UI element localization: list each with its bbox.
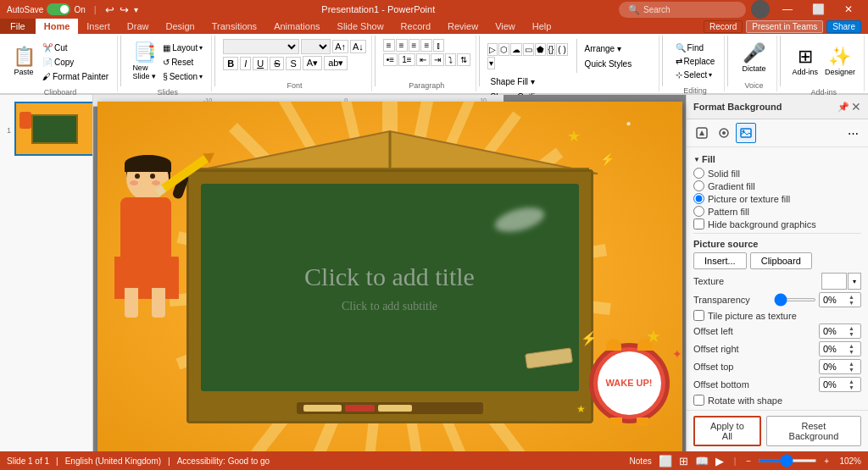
rotate-label[interactable]: Rotate with shape <box>708 395 782 406</box>
view-sorter-icon[interactable]: ⊞ <box>679 455 688 467</box>
layout-button[interactable]: ▦ Layout ▾ <box>159 41 206 54</box>
apply-to-all-button[interactable]: Apply to All <box>693 416 761 446</box>
arrange-button[interactable]: Arrange ▾ <box>581 41 636 55</box>
hide-bg-label[interactable]: Hide background graphics <box>708 219 816 229</box>
accessibility-info[interactable]: Accessibility: Good to go <box>177 456 270 466</box>
shape4[interactable]: ▭ <box>523 43 534 56</box>
shape2[interactable]: ⬡ <box>498 43 509 56</box>
designer-button[interactable]: ✨ Designer <box>821 37 859 86</box>
fill-icon-btn[interactable] <box>692 123 712 143</box>
smartart-icon[interactable]: ⤵ <box>445 53 456 66</box>
fill-section-header[interactable]: Fill <box>693 154 861 164</box>
list-bullet-icon[interactable]: •≡ <box>383 53 398 66</box>
shape-more[interactable]: ▾ <box>487 57 495 69</box>
minimize-button[interactable]: — <box>775 0 800 19</box>
shape-fill-button[interactable]: Shape Fill ▾ <box>487 75 554 88</box>
picture-icon-btn[interactable] <box>736 123 756 143</box>
font-size-select[interactable] <box>301 39 331 54</box>
panel-settings-icon-btn[interactable]: ⋯ <box>843 123 863 143</box>
tab-draw[interactable]: Draw <box>119 19 158 34</box>
tab-design[interactable]: Design <box>157 19 203 34</box>
align-left-icon[interactable]: ≡ <box>383 39 395 52</box>
offset-top-input[interactable]: 0% ▲▼ <box>819 359 861 374</box>
close-button[interactable]: ✕ <box>836 0 861 19</box>
transparency-slider[interactable] <box>774 298 816 301</box>
offset-bottom-input[interactable]: 0% ▲▼ <box>819 377 861 392</box>
tab-insert[interactable]: Insert <box>78 19 119 34</box>
reset-background-button[interactable]: Reset Background <box>766 416 861 446</box>
panel-pin-icon[interactable]: 📌 <box>837 102 849 113</box>
format-painter-button[interactable]: 🖌 Format Painter <box>39 69 112 83</box>
clipboard-btn[interactable]: Clipboard <box>750 252 812 269</box>
indent-dec-icon[interactable]: ⇤ <box>416 53 430 66</box>
zoom-in-btn[interactable]: + <box>824 456 829 466</box>
maximize-button[interactable]: ⬜ <box>805 0 831 19</box>
record-button[interactable]: Record <box>704 20 743 33</box>
paste-button[interactable]: 📋 Paste <box>8 37 39 86</box>
language-info[interactable]: English (United Kingdom) <box>65 456 161 466</box>
copy-button[interactable]: 📄 Copy <box>39 55 112 69</box>
tab-help[interactable]: Help <box>524 19 560 34</box>
gradient-fill-radio[interactable] <box>693 180 704 191</box>
ol-down[interactable]: ▼ <box>849 331 857 337</box>
font-color-btn[interactable]: A▾ <box>303 56 322 70</box>
texture-preview[interactable] <box>821 273 847 290</box>
addins-button[interactable]: ⊞ Add-ins <box>788 37 821 86</box>
offset-right-input[interactable]: 0% ▲▼ <box>819 341 861 357</box>
undo-icon[interactable]: ↩ <box>105 3 114 16</box>
shape5[interactable]: ⬟ <box>535 43 546 56</box>
search-box[interactable]: 🔍 Search <box>619 2 746 18</box>
notes-btn[interactable]: Notes <box>630 456 652 466</box>
justify-icon[interactable]: ≡ <box>420 39 432 52</box>
ob-up[interactable]: ▲ <box>849 379 857 384</box>
transparency-down[interactable]: ▼ <box>849 300 857 306</box>
tab-review[interactable]: Review <box>439 19 487 34</box>
tab-animations[interactable]: Animations <box>265 19 328 34</box>
transparency-up[interactable]: ▲ <box>849 294 857 300</box>
pattern-fill-radio[interactable] <box>693 206 704 217</box>
offset-left-input[interactable]: 0% ▲▼ <box>819 323 861 339</box>
ot-up[interactable]: ▲ <box>849 361 857 367</box>
picture-fill-radio[interactable] <box>693 193 704 204</box>
cols-icon[interactable]: ⫿ <box>433 39 444 52</box>
insert-button[interactable]: Insert... <box>693 252 747 269</box>
solid-fill-label[interactable]: Solid fill <box>708 169 740 179</box>
dictate-button[interactable]: 🎤 Dictate <box>738 37 769 80</box>
ot-down[interactable]: ▼ <box>849 367 857 373</box>
hide-bg-checkbox[interactable] <box>693 218 704 229</box>
underline-button[interactable]: U <box>253 57 268 70</box>
zoom-out-btn[interactable]: − <box>746 456 751 466</box>
align-right-icon[interactable]: ≡ <box>409 39 420 52</box>
tab-view[interactable]: View <box>487 19 524 34</box>
font-highlight-btn[interactable]: ab▾ <box>324 56 348 70</box>
shadow-button[interactable]: S <box>286 57 300 70</box>
or-up[interactable]: ▲ <box>849 343 857 349</box>
view-normal-icon[interactable]: ⬜ <box>659 455 672 467</box>
italic-button[interactable]: I <box>240 57 251 70</box>
zoom-level[interactable]: 102% <box>836 456 861 466</box>
select-button[interactable]: ⊹ Select ▾ <box>672 68 719 81</box>
list-num-icon[interactable]: 1≡ <box>398 53 415 66</box>
view-presenter-icon[interactable]: ▶ <box>715 455 724 467</box>
solid-fill-radio[interactable] <box>693 168 704 179</box>
quick-styles-button[interactable]: Quick Styles <box>581 57 636 70</box>
title-placeholder[interactable]: Click to add title <box>304 263 475 291</box>
user-avatar[interactable] <box>751 0 770 19</box>
replace-button[interactable]: ⇄ Replace <box>672 54 719 68</box>
font-increase-icon[interactable]: A↑ <box>332 40 348 53</box>
pattern-fill-label[interactable]: Pattern fill <box>708 207 749 217</box>
redo-icon[interactable]: ↪ <box>120 3 129 16</box>
picture-fill-label[interactable]: Picture or texture fill <box>708 194 790 204</box>
find-button[interactable]: 🔍 Find <box>672 41 719 54</box>
zoom-slider[interactable] <box>758 459 817 462</box>
shape7[interactable]: ( ) <box>556 43 567 56</box>
slide-thumbnail[interactable] <box>14 102 93 156</box>
gradient-fill-label[interactable]: Gradient fill <box>708 181 755 191</box>
tile-label[interactable]: Tile picture as texture <box>708 311 797 321</box>
cut-button[interactable]: ✂️ Cut <box>39 41 112 54</box>
section-button[interactable]: § Section ▾ <box>159 69 206 83</box>
shape3[interactable]: ☁ <box>510 43 522 56</box>
reset-button[interactable]: ↺ Reset <box>159 55 206 69</box>
or-down[interactable]: ▼ <box>849 349 857 355</box>
tile-checkbox[interactable] <box>693 310 704 321</box>
